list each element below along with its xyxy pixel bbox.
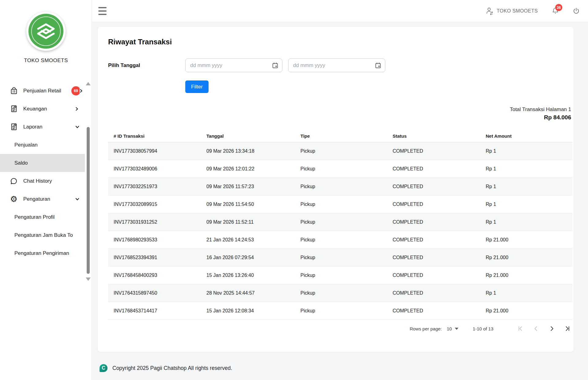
cell-status: COMPLETED bbox=[393, 219, 486, 225]
store-name: TOKO SMOOETS bbox=[0, 58, 92, 64]
cell-transaction-id: INV1773032251973 bbox=[108, 184, 206, 189]
rows-per-page-select[interactable]: 10 bbox=[447, 326, 459, 331]
sidebar-item-penjualan-retail[interactable]: Penjualan Retail69 bbox=[0, 82, 85, 100]
notifications-button[interactable]: 36 bbox=[551, 7, 560, 15]
table-row[interactable]: INV177303248900609 Mar 2026 12:01:22Pick… bbox=[108, 160, 572, 178]
retail-bag-icon bbox=[9, 87, 18, 95]
cell-net-amount: Rp 21.000 bbox=[486, 273, 572, 278]
cell-net-amount: Rp 1 bbox=[486, 202, 572, 207]
table-row[interactable]: INV176845840029315 Jan 2026 13:26:40Pick… bbox=[108, 266, 572, 284]
sidebar: TOKO SMOOETS Penjualan Retail69KeuanganL… bbox=[0, 0, 92, 380]
cell-date: 15 Jan 2026 12:08:34 bbox=[206, 308, 300, 314]
table-row[interactable]: INV176898029353321 Jan 2026 14:24:53Pick… bbox=[108, 231, 572, 249]
sidebar-scrollbar-thumb[interactable] bbox=[87, 127, 90, 274]
cell-net-amount: Rp 1 bbox=[486, 290, 572, 296]
sidebar-item-pengaturan[interactable]: ⚙Pengaturan bbox=[0, 190, 85, 208]
cell-type: Pickup bbox=[300, 255, 393, 260]
finance-report-icon bbox=[9, 105, 18, 113]
calendar-icon[interactable] bbox=[375, 62, 381, 69]
cell-transaction-id: INV1764315897450 bbox=[108, 290, 206, 296]
cell-date: 09 Mar 2026 11:57:23 bbox=[206, 184, 300, 189]
cell-transaction-id: INV1768523394391 bbox=[108, 255, 206, 260]
cell-transaction-id: INV1768453714417 bbox=[108, 308, 206, 314]
cell-status: COMPLETED bbox=[393, 166, 486, 172]
filter-button[interactable]: Filter bbox=[185, 80, 209, 93]
sidebar-item-pengaturan-pengiriman[interactable]: Pengaturan Pengiriman bbox=[0, 244, 85, 262]
table-row[interactable]: INV177303208991509 Mar 2026 11:54:50Pick… bbox=[108, 196, 572, 213]
logout-button[interactable] bbox=[572, 7, 580, 15]
table-row[interactable]: INV176431589745028 Nov 2025 14:44:57Pick… bbox=[108, 284, 572, 302]
last-page-icon bbox=[564, 325, 571, 332]
sidebar-item-label: Saldo bbox=[14, 160, 28, 166]
first-page-button[interactable] bbox=[517, 325, 523, 332]
column-header-net-amount: Net Amount bbox=[486, 133, 572, 139]
cell-status: COMPLETED bbox=[393, 202, 486, 207]
cell-date: 09 Mar 2026 12:01:22 bbox=[206, 166, 300, 172]
caret-down-icon bbox=[455, 328, 458, 330]
cell-type: Pickup bbox=[300, 184, 393, 189]
sidebar-item-chat-history[interactable]: Chat History bbox=[0, 172, 85, 190]
end-date-input[interactable] bbox=[288, 58, 385, 72]
cell-net-amount: Rp 21.000 bbox=[486, 308, 572, 314]
power-icon bbox=[572, 7, 580, 15]
unread-count-badge: 69 bbox=[71, 86, 80, 95]
cell-date: 09 Mar 2026 13:34:18 bbox=[206, 148, 300, 154]
cell-date: 09 Mar 2026 11:52:11 bbox=[206, 219, 300, 225]
cell-status: COMPLETED bbox=[393, 308, 486, 314]
cell-type: Pickup bbox=[300, 148, 393, 154]
rows-per-page-label: Rows per page: bbox=[410, 326, 442, 331]
account-menu[interactable]: TOKO SMOOETS bbox=[485, 7, 538, 15]
sidebar-item-keuangan[interactable]: Keuangan bbox=[0, 100, 85, 118]
sidebar-item-label: Pengaturan Jam Buka To bbox=[14, 232, 73, 238]
table-row[interactable]: INV177303805799409 Mar 2026 13:34:18Pick… bbox=[108, 142, 572, 160]
column-header-status: Status bbox=[393, 133, 486, 139]
sidebar-item-laporan[interactable]: Laporan bbox=[0, 118, 85, 136]
cell-net-amount: Rp 1 bbox=[486, 148, 572, 154]
smooets-logo-icon bbox=[28, 13, 64, 49]
table-row[interactable]: INV176845371441715 Jan 2026 12:08:34Pick… bbox=[108, 302, 572, 320]
table-row[interactable]: INV177303225197309 Mar 2026 11:57:23Pick… bbox=[108, 178, 572, 196]
report-icon bbox=[9, 123, 18, 131]
sidebar-item-saldo[interactable]: Saldo bbox=[0, 154, 85, 172]
column-header-tanggal: Tanggal bbox=[206, 133, 300, 139]
table-header-row: # ID Transaksi Tanggal Tipe Status Net A… bbox=[108, 130, 572, 142]
cell-type: Pickup bbox=[300, 219, 393, 225]
cell-status: COMPLETED bbox=[393, 184, 486, 189]
total-label: Total Transaksi Halaman 1 bbox=[510, 106, 571, 113]
sidebar-item-label: Penjualan bbox=[14, 142, 38, 148]
gear-icon: ⚙ bbox=[9, 195, 18, 203]
sidebar-item-pengaturan-profil[interactable]: Pengaturan Profil bbox=[0, 208, 85, 226]
chevron-down-icon bbox=[75, 125, 79, 129]
chevron-down-icon bbox=[75, 197, 79, 201]
start-date-input[interactable] bbox=[185, 58, 282, 72]
next-page-button[interactable] bbox=[548, 325, 555, 332]
scroll-up-arrow-icon[interactable] bbox=[86, 82, 91, 85]
column-header-tipe: Tipe bbox=[300, 133, 393, 139]
cell-net-amount: Rp 21.000 bbox=[486, 255, 572, 260]
sidebar-item-penjualan[interactable]: Penjualan bbox=[0, 136, 85, 154]
cell-date: 28 Nov 2025 14:44:57 bbox=[206, 290, 300, 296]
cell-transaction-id: INV1773031931252 bbox=[108, 219, 206, 225]
notification-count-badge: 36 bbox=[555, 4, 562, 11]
user-switch-icon bbox=[485, 7, 494, 15]
column-header-id: # ID Transaksi bbox=[108, 133, 206, 139]
scroll-down-arrow-icon[interactable] bbox=[86, 278, 91, 281]
total-amount: Rp 84.006 bbox=[510, 114, 571, 121]
topbar: TOKO SMOOETS 36 bbox=[92, 0, 588, 22]
pagii-chatshop-logo-icon: C bbox=[100, 364, 107, 372]
cell-net-amount: Rp 1 bbox=[486, 184, 572, 189]
sidebar-item-label: Keuangan bbox=[23, 106, 47, 112]
cell-transaction-id: INV1768458400293 bbox=[108, 273, 206, 278]
cell-type: Pickup bbox=[300, 308, 393, 314]
cell-transaction-id: INV1768980293533 bbox=[108, 237, 206, 243]
chat-icon bbox=[9, 177, 18, 185]
table-row[interactable]: INV177303193125209 Mar 2026 11:52:11Pick… bbox=[108, 213, 572, 231]
sidebar-item-pengaturan-jam-buka-to[interactable]: Pengaturan Jam Buka To bbox=[0, 226, 85, 244]
hamburger-menu-icon[interactable] bbox=[98, 7, 107, 15]
cell-net-amount: Rp 21.000 bbox=[486, 237, 572, 243]
calendar-icon[interactable] bbox=[272, 62, 278, 69]
last-page-button[interactable] bbox=[564, 325, 571, 332]
previous-page-button[interactable] bbox=[533, 325, 539, 332]
sidebar-menu: Penjualan Retail69KeuanganLaporanPenjual… bbox=[0, 82, 85, 262]
table-row[interactable]: INV176852339439116 Jan 2026 07:29:54Pick… bbox=[108, 249, 572, 266]
